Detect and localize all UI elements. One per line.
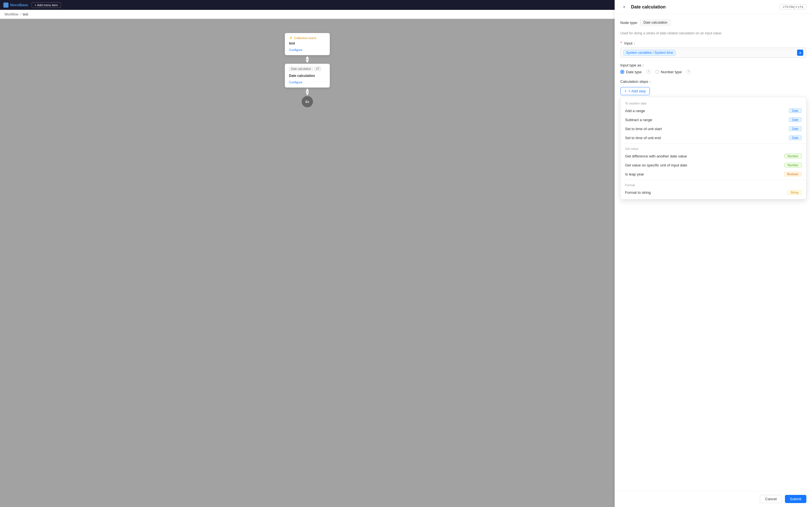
node2-tag1: Date calculation	[289, 67, 313, 71]
logo-icon	[3, 3, 8, 8]
date-calculation-node: Date calculation #7 Date calculation Con…	[285, 64, 330, 88]
node2-configure-link[interactable]: Configure	[289, 80, 303, 84]
add-node-btn-2[interactable]: +	[306, 89, 309, 95]
logo: NocoBase	[3, 3, 28, 8]
add-menu-button[interactable]: + Add menu item	[32, 2, 61, 8]
workflow-canvas: ⚡ Collection event test Configure + Date…	[0, 19, 406, 253]
end-node: En	[302, 96, 313, 107]
connector-1: +	[307, 55, 308, 64]
workflow-nodes: ⚡ Collection event test Configure + Date…	[285, 33, 330, 107]
collection-event-node: ⚡ Collection event test Configure	[285, 33, 330, 55]
add-node-btn-1[interactable]: +	[306, 56, 309, 62]
node1-configure-link[interactable]: Configure	[289, 48, 303, 52]
lightning-icon: ⚡	[289, 36, 293, 40]
connector-2: +	[307, 88, 308, 96]
canvas-overlay	[0, 19, 406, 253]
logo-text: NocoBase	[10, 3, 28, 7]
breadcrumb-separator: /	[20, 12, 21, 16]
node1-header: ⚡ Collection event	[289, 36, 326, 40]
breadcrumb: Workflow / test	[0, 10, 406, 19]
breadcrumb-current: test	[22, 12, 28, 16]
top-navigation: NocoBase + Add menu item	[0, 0, 406, 10]
node2-tag2: #7	[314, 67, 321, 71]
node1-title: test	[289, 41, 326, 45]
node2-title: Date calculation	[289, 74, 326, 78]
breadcrumb-parent[interactable]: Workflow	[4, 12, 18, 16]
